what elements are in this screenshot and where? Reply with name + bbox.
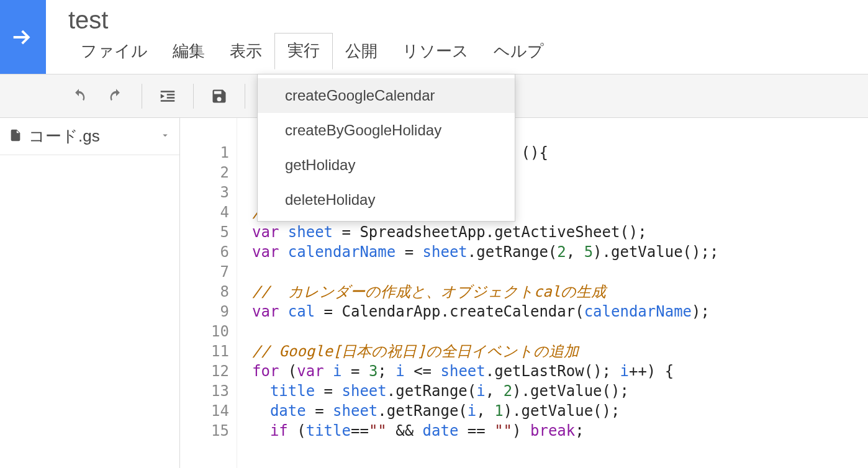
file-name: コード.gs	[29, 125, 160, 147]
line-number: 11	[180, 341, 229, 361]
code-line[interactable]: var cal = CalendarApp.createCalendar(cal…	[252, 302, 868, 322]
code-token: i	[396, 362, 404, 380]
code-token: // カレンダーの作成と、オブジェクトcalの生成	[252, 283, 606, 300]
code-token: ).getValue();	[512, 382, 629, 400]
redo-icon	[107, 88, 125, 105]
redo-button[interactable]	[99, 82, 133, 110]
line-number: 12	[180, 361, 229, 381]
code-token: calendarName	[288, 243, 396, 261]
line-number: 14	[180, 401, 229, 421]
code-token: cal	[288, 303, 315, 320]
code-token: ==	[351, 422, 369, 439]
toolbar-separator	[245, 84, 245, 109]
chevron-down-icon[interactable]	[160, 130, 171, 143]
line-number: 10	[180, 322, 229, 341]
code-token: sheet	[440, 362, 485, 380]
code-token: sheet	[423, 243, 468, 261]
code-token: =	[315, 382, 341, 400]
indent-button[interactable]	[151, 82, 184, 110]
code-token: i	[333, 362, 341, 380]
code-token: var	[252, 223, 288, 241]
code-token: i	[476, 382, 485, 400]
code-token: calendarName	[584, 303, 692, 320]
menu-view[interactable]: 表示	[217, 34, 274, 70]
run-menu-item[interactable]: deleteHoliday	[258, 182, 515, 217]
code-token: ""	[369, 422, 387, 439]
line-number: 7	[180, 262, 229, 282]
line-number: 1	[180, 143, 229, 163]
code-token: ;	[575, 422, 584, 439]
code-token: 2	[557, 243, 566, 261]
toolbar-separator	[193, 84, 194, 109]
code-token: (	[279, 362, 297, 380]
undo-button[interactable]	[62, 82, 96, 110]
file-row[interactable]: コード.gs	[0, 118, 179, 155]
code-token: if	[270, 422, 288, 439]
code-token: ""	[494, 422, 512, 439]
header: test ファイル 編集 表示 実行 公開 リソース ヘルプ	[0, 0, 868, 74]
code-token: );	[692, 303, 710, 320]
code-line[interactable]: for (var i = 3; i <= sheet.getLastRow();…	[252, 361, 868, 381]
code-token: ,	[486, 382, 504, 400]
menu-publish[interactable]: 公開	[333, 34, 390, 70]
code-line[interactable]	[252, 322, 868, 341]
code-token: sheet	[288, 223, 333, 241]
code-token: =	[342, 362, 369, 380]
code-line[interactable]: // カレンダーの作成と、オブジェクトcalの生成	[252, 282, 868, 302]
apps-script-logo	[0, 0, 46, 74]
code-line[interactable]: var sheet = SpreadsheetApp.getActiveShee…	[252, 222, 868, 242]
run-menu-item[interactable]: getHoliday	[258, 148, 515, 182]
project-title[interactable]: test	[68, 0, 868, 35]
save-button[interactable]	[202, 82, 236, 110]
line-number: 5	[180, 222, 229, 242]
file-icon	[9, 127, 22, 146]
arrow-right-icon	[9, 23, 37, 52]
code-token: (	[288, 422, 306, 439]
line-number: 15	[180, 421, 229, 441]
code-token: =	[396, 243, 422, 261]
code-token: = CalendarApp.createCalendar(	[315, 303, 584, 320]
header-right: test ファイル 編集 表示 実行 公開 リソース ヘルプ	[46, 0, 868, 74]
code-line[interactable]: date = sheet.getRange(i, 1).getValue();	[252, 401, 868, 421]
line-number: 9	[180, 302, 229, 322]
run-menu-item[interactable]: createGoogleCalendar	[258, 78, 515, 113]
line-number: 8	[180, 282, 229, 302]
line-number: 3	[180, 182, 229, 202]
save-icon	[210, 88, 228, 105]
menu-file[interactable]: ファイル	[68, 34, 160, 70]
code-token: .getRange(	[377, 402, 468, 420]
menu-run[interactable]: 実行	[274, 33, 333, 70]
code-token: i	[620, 362, 628, 380]
menu-edit[interactable]: 編集	[160, 34, 217, 70]
code-token: 2	[504, 382, 512, 400]
code-line[interactable]: if (title=="" && date == "") break;	[252, 421, 868, 441]
menu-help[interactable]: ヘルプ	[481, 34, 556, 70]
code-token: sheet	[333, 402, 377, 420]
line-number: 6	[180, 242, 229, 262]
code-line[interactable]	[252, 262, 868, 282]
code-line[interactable]: title = sheet.getRange(i, 2).getValue();	[252, 381, 868, 401]
code-token: = SpreadsheetApp.getActiveSheet();	[333, 223, 647, 241]
code-token	[252, 402, 270, 420]
code-token: i	[468, 402, 476, 420]
code-token: ).getValue();;	[593, 243, 718, 261]
code-token: for	[252, 362, 279, 380]
indent-icon	[158, 87, 177, 106]
sidebar: コード.gs	[0, 118, 180, 468]
code-token: 3	[369, 362, 377, 380]
toolbar-separator	[142, 84, 142, 109]
code-token	[252, 422, 270, 439]
code-line[interactable]: // Google[日本の祝日]の全日イベントの追加	[252, 341, 868, 361]
code-token: title	[306, 422, 351, 439]
code-line[interactable]: var calendarName = sheet.getRange(2, 5).…	[252, 242, 868, 262]
code-token: // Google[日本の祝日]の全日イベントの追加	[252, 343, 579, 360]
menu-resources[interactable]: リソース	[390, 34, 481, 70]
code-token: ++) {	[629, 362, 674, 380]
code-token: ;	[377, 362, 396, 380]
run-menu-item[interactable]: createByGoogleHoliday	[258, 113, 515, 148]
code-token: var	[252, 303, 288, 320]
code-token: ==	[458, 422, 494, 439]
code-token: .getLastRow();	[486, 362, 620, 380]
code-token: date	[423, 422, 459, 439]
undo-icon	[70, 88, 88, 105]
